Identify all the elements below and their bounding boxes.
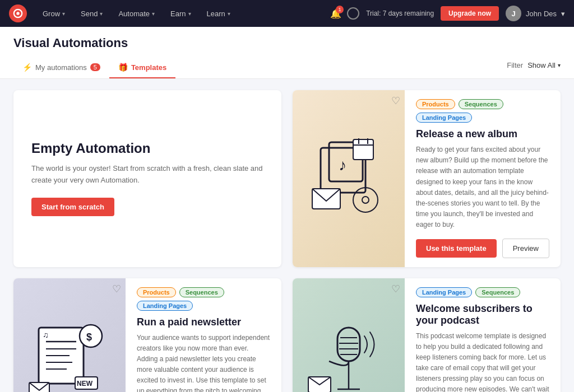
tag-products: Products [416,99,455,109]
tab-my-automations[interactable]: ⚡ My automations 5 [13,57,109,78]
upgrade-button[interactable]: Upgrade now [441,6,499,21]
chevron-down-icon: ▾ [100,11,103,17]
tag-sequences-2: Sequences [179,287,224,297]
nav-item-grow[interactable]: Grow ▾ [36,0,72,27]
page-header: Visual Automations ⚡ My automations 5 🎁 … [0,27,574,79]
tag-landing-pages-3: Landing Pages [416,287,472,297]
tag-landing-pages: Landing Pages [416,113,472,123]
nav-item-earn[interactable]: Earn ▾ [164,0,197,27]
navbar: Grow ▾ Send ▾ Automate ▾ Earn ▾ Learn ▾ … [0,0,574,27]
filter-label: Filter [507,61,523,69]
paid-newsletter-card: ♫ $ NEW ♡ Products Sequences Land [13,278,281,393]
favorite-album-button[interactable]: ♡ [391,95,400,107]
welcome-podcast-content: Landing Pages Sequences Welcome subscrib… [405,278,561,393]
release-album-desc: Ready to get your fans excited about you… [416,144,549,231]
tag-sequences-3: Sequences [475,287,520,297]
bell-icon[interactable]: 🔔 1 [329,7,342,20]
tabs-left: ⚡ My automations 5 🎁 Templates [13,57,175,78]
paid-newsletter-image: ♫ $ NEW ♡ [13,278,126,393]
chevron-down-icon: ▾ [561,10,565,18]
tab-templates[interactable]: 🎁 Templates [109,57,175,78]
logo[interactable] [9,4,27,22]
tag-landing-pages-2: Landing Pages [137,301,193,311]
release-album-title: Release a new album [416,128,549,140]
use-template-album-button[interactable]: Use this template [416,239,497,258]
paid-newsletter-title: Run a paid newsletter [137,316,270,328]
svg-text:♪: ♪ [339,156,346,174]
release-album-tags: Products Sequences Landing Pages [416,99,549,123]
svg-rect-5 [353,139,373,160]
tag-products-2: Products [137,287,176,297]
chevron-down-icon: ▾ [62,11,65,17]
favorite-podcast-button[interactable]: ♡ [391,283,400,295]
nav-items: Grow ▾ Send ▾ Automate ▾ Earn ▾ Learn ▾ [36,0,329,27]
svg-text:$: $ [86,332,92,343]
svg-text:NEW: NEW [77,380,93,388]
notification-area: 🔔 1 [329,7,359,20]
main-content: Empty Automation The world is your oyste… [0,79,574,392]
user-menu[interactable]: J John Des ▾ [506,6,565,21]
tabs-right: Filter Show All ▾ [507,61,561,75]
release-album-actions: Use this template Preview [416,239,549,258]
empty-automation-desc: The world is your oyster! Start from scr… [31,163,263,186]
empty-automation-title: Empty Automation [31,141,263,156]
tag-sequences: Sequences [459,99,503,109]
automations-count-badge: 5 [90,63,100,71]
release-album-image: ♪ ♡ [293,90,405,267]
nav-item-send[interactable]: Send ▾ [74,0,109,27]
welcome-podcast-tags: Landing Pages Sequences [416,287,549,297]
svg-rect-24 [337,328,360,361]
chevron-down-icon: ▾ [228,11,230,17]
svg-text:♫: ♫ [43,330,49,339]
empty-automation-card: Empty Automation The world is your oyste… [13,90,281,267]
svg-point-11 [362,197,369,203]
chevron-down-icon: ▾ [558,62,561,68]
welcome-podcast-title: Welcome subscribers to your podcast [416,303,549,326]
status-circle-icon [347,7,359,20]
cards-grid: Empty Automation The world is your oyste… [13,90,561,392]
trial-text: Trial: 7 days remaining [366,10,434,17]
nav-item-learn[interactable]: Learn ▾ [200,0,237,27]
release-album-card: ♪ ♡ Products Sequen [293,90,561,267]
chevron-down-icon: ▾ [188,11,191,17]
welcome-podcast-image: ♡ [293,278,405,393]
page-title: Visual Automations [13,36,561,50]
show-all-button[interactable]: Show All ▾ [527,61,561,69]
welcome-podcast-card: ♡ Landing Pages Sequences Welcome subscr… [293,278,561,393]
notification-badge: 1 [336,6,344,13]
paid-newsletter-tags: Products Sequences Landing Pages [137,287,270,311]
preview-album-button[interactable]: Preview [502,239,549,258]
user-name: John Des [526,10,557,18]
start-from-scratch-button[interactable]: Start from scratch [31,198,114,216]
paid-newsletter-content: Products Sequences Landing Pages Run a p… [126,278,281,393]
release-album-content: Products Sequences Landing Pages Release… [405,90,561,267]
svg-point-1 [16,12,19,15]
avatar: J [506,6,521,21]
tabs-bar: ⚡ My automations 5 🎁 Templates Filter Sh… [13,57,561,78]
navbar-right: 🔔 1 Trial: 7 days remaining Upgrade now … [329,6,565,21]
welcome-podcast-desc: This podcast welcome template is designe… [416,331,549,393]
nav-item-automate[interactable]: Automate ▾ [112,0,161,27]
favorite-newsletter-button[interactable]: ♡ [112,283,121,295]
chevron-down-icon: ▾ [152,11,155,17]
paid-newsletter-desc: Your audience wants to support independe… [137,333,270,393]
